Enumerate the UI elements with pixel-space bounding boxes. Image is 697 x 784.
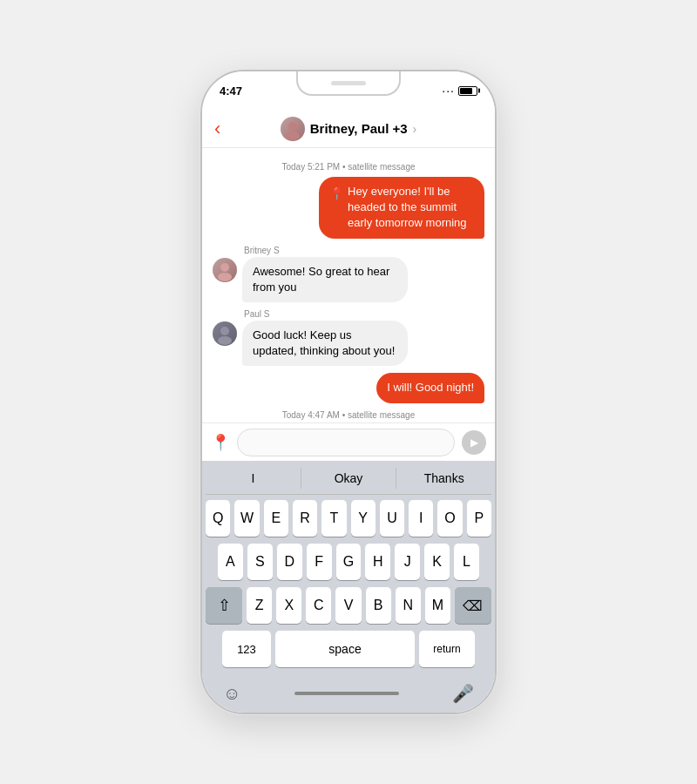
timestamp-1: Today 5:21 PM • satellite message: [213, 162, 484, 172]
send-button[interactable]: ▶: [462, 430, 486, 455]
phone-frame: 4:47 ··· ‹ Britney, Paul +3 › Toda: [200, 70, 497, 714]
key-k[interactable]: K: [424, 544, 450, 580]
message-text: Awesome! So great to hear from you: [253, 265, 389, 294]
key-s[interactable]: S: [247, 544, 273, 580]
signal-icon: ···: [442, 84, 455, 98]
message-row: 📍 Hey everyone! I'll be headed to the su…: [213, 177, 484, 239]
key-e[interactable]: E: [264, 500, 288, 537]
suggestion-okay[interactable]: Okay: [301, 468, 397, 489]
keyboard-row-1: Q W E R T Y U I O P: [206, 500, 491, 537]
keyboard-row-2: A S D F G H J K L: [206, 544, 491, 580]
avatar: [213, 321, 237, 346]
key-h[interactable]: H: [365, 544, 390, 580]
key-t[interactable]: T: [321, 500, 346, 537]
key-w[interactable]: W: [234, 500, 259, 537]
key-b[interactable]: B: [366, 587, 391, 624]
key-d[interactable]: D: [277, 544, 302, 580]
back-button[interactable]: ‹: [214, 118, 220, 140]
return-key[interactable]: return: [419, 631, 475, 667]
sender-name: Britney S: [244, 246, 408, 255]
message-content: 📍 Hey everyone! I'll be headed to the su…: [319, 177, 484, 239]
timestamp-2: Today 4:47 AM • satellite message: [213, 410, 484, 420]
space-label: space: [328, 642, 361, 656]
message-text: Hey everyone! I'll be headed to the summ…: [348, 184, 474, 232]
keyboard-row-4: 123 space return: [206, 631, 491, 667]
speaker: [331, 81, 366, 85]
message-row: I will! Good night!: [213, 373, 484, 402]
battery-icon: [458, 86, 477, 96]
status-time: 4:47: [220, 84, 242, 98]
key-p[interactable]: P: [467, 500, 491, 537]
message-bubble: Good luck! Keep us updated, thinking abo…: [242, 321, 408, 366]
emoji-icon[interactable]: ☺: [223, 684, 240, 704]
location-pin-icon: 📍: [329, 186, 344, 203]
home-indicator[interactable]: [294, 692, 399, 695]
return-label: return: [433, 643, 460, 655]
message-content: Britney S Awesome! So great to hear from…: [242, 246, 408, 302]
svg-point-5: [218, 336, 232, 345]
svg-point-2: [220, 263, 229, 272]
key-z[interactable]: Z: [247, 587, 272, 624]
shift-key[interactable]: ⇧: [206, 587, 242, 624]
space-key[interactable]: space: [275, 631, 415, 667]
nav-bar: ‹ Britney, Paul +3 ›: [202, 110, 495, 148]
key-j[interactable]: J: [395, 544, 420, 580]
message-content: Paul S Good luck! Keep us updated, think…: [242, 309, 408, 366]
key-i[interactable]: I: [409, 500, 433, 537]
battery-fill: [460, 88, 472, 94]
key-f[interactable]: F: [307, 544, 332, 580]
input-area: 📍 ▶: [202, 422, 495, 461]
key-n[interactable]: N: [396, 587, 421, 624]
nav-title-area[interactable]: Britney, Paul +3 ›: [281, 117, 417, 141]
key-y[interactable]: Y: [351, 500, 376, 537]
chat-area: Today 5:21 PM • satellite message 📍 Hey …: [202, 148, 495, 422]
keyboard-row-3: ⇧ Z X C V B N M ⌫: [206, 587, 491, 624]
key-c[interactable]: C: [306, 587, 331, 624]
avatar: [213, 258, 237, 282]
status-bar: 4:47 ···: [202, 71, 495, 110]
key-g[interactable]: G: [336, 544, 362, 580]
key-x[interactable]: X: [276, 587, 301, 624]
mic-icon[interactable]: 🎤: [452, 683, 474, 704]
key-r[interactable]: R: [293, 500, 317, 537]
sender-name: Paul S: [244, 309, 408, 319]
key-m[interactable]: M: [425, 587, 450, 624]
message-text: I will! Good night!: [387, 381, 474, 394]
svg-point-4: [220, 327, 229, 335]
group-avatar: [281, 117, 305, 141]
input-pin-icon: 📍: [211, 433, 230, 452]
status-icons: ···: [442, 84, 477, 98]
svg-point-0: [288, 122, 297, 131]
message-bubble: 📍 Hey everyone! I'll be headed to the su…: [319, 177, 484, 239]
key-o[interactable]: O: [437, 500, 462, 537]
svg-point-3: [218, 273, 232, 281]
nav-chevron-icon: ›: [413, 122, 417, 136]
suggestion-thanks[interactable]: Thanks: [396, 468, 491, 489]
message-bubble: I will! Good night!: [376, 373, 484, 402]
key-q[interactable]: Q: [206, 500, 230, 537]
key-l[interactable]: L: [454, 544, 479, 580]
suggestion-i[interactable]: I: [206, 468, 301, 489]
message-text: Good luck! Keep us updated, thinking abo…: [253, 328, 395, 357]
svg-point-1: [286, 132, 300, 140]
message-bubble: Awesome! So great to hear from you: [242, 257, 408, 302]
message-content: I will! Good night!: [376, 373, 484, 402]
message-input[interactable]: [237, 429, 455, 456]
delete-key[interactable]: ⌫: [455, 587, 491, 624]
numbers-key[interactable]: 123: [222, 631, 271, 667]
nav-title: Britney, Paul +3: [310, 121, 408, 136]
numbers-label: 123: [237, 643, 256, 656]
quick-suggestions: I Okay Thanks: [206, 468, 491, 495]
send-icon: ▶: [470, 436, 478, 449]
message-row: Paul S Good luck! Keep us updated, think…: [213, 309, 484, 366]
key-a[interactable]: A: [218, 544, 243, 580]
bottom-bar: ☺ 🎤: [202, 674, 495, 713]
message-row: Britney S Awesome! So great to hear from…: [213, 246, 484, 302]
notch: [296, 71, 401, 96]
key-v[interactable]: V: [335, 587, 361, 624]
key-u[interactable]: U: [380, 500, 404, 537]
keyboard-area: I Okay Thanks Q W E R T Y U I O P A S D …: [202, 461, 495, 674]
